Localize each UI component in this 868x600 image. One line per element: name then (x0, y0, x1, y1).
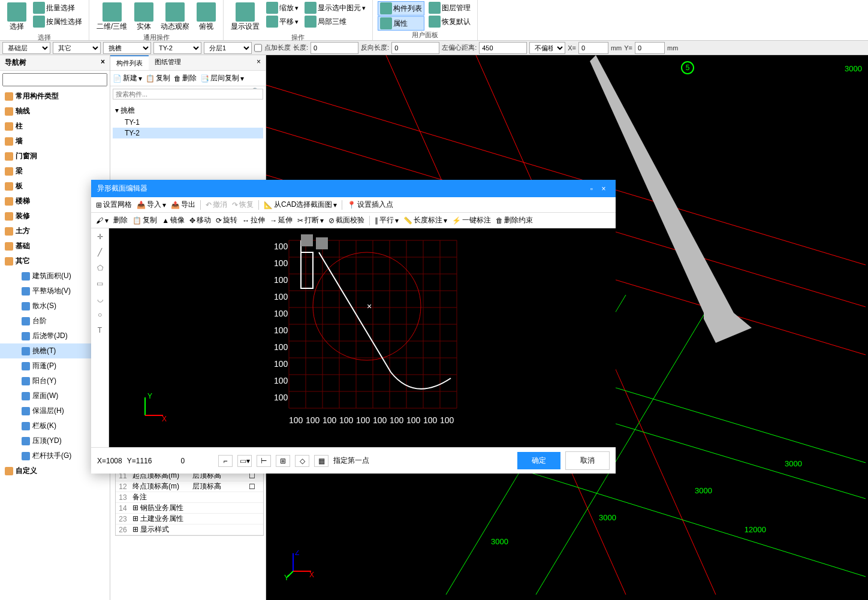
offset-input[interactable] (479, 42, 527, 54)
property-row[interactable]: 13备注 (116, 492, 263, 503)
x-input[interactable] (578, 42, 608, 54)
snap-btn-1[interactable]: ⌐ (218, 455, 233, 467)
dim-label: 3000 (491, 537, 508, 546)
nav-item[interactable]: 常用构件类型 (0, 89, 110, 104)
move-button[interactable]: ✥ 移动 (189, 215, 211, 225)
brush-icon[interactable]: 🖌 ▾ (96, 216, 108, 225)
rect-tool[interactable]: ▭ (94, 278, 106, 290)
snap-btn-2[interactable]: ▭▾ (237, 455, 252, 467)
grid-button[interactable]: ⊞ 设置网格 (96, 200, 132, 210)
offset-mode-select[interactable]: 不偏移 (529, 42, 565, 54)
tree-item[interactable]: TY-1 (113, 117, 263, 128)
y-input[interactable] (635, 42, 665, 54)
props-button[interactable]: 属性 (378, 16, 424, 31)
addlen-checkbox[interactable] (254, 42, 262, 54)
section-canvas[interactable]: × 100100100100100100100100100100 1001001… (109, 228, 616, 447)
nav-search-input[interactable] (2, 73, 107, 86)
nav-item[interactable]: 轴线 (0, 104, 110, 119)
delete-button[interactable]: 删除 (113, 215, 128, 225)
point-tool[interactable]: ✛ (94, 231, 106, 243)
dialog-toolbar-2: 🖌 ▾ 删除 📋 复制 ▲ 镜像 ✥ 移动 ⟳ 旋转 ↔ 拉伸 → 延伸 ✂ 打… (91, 213, 616, 228)
solid-button[interactable]: 实体 (132, 1, 156, 33)
orbit-button[interactable]: 动态观察 (158, 1, 192, 33)
new-button[interactable]: 📄 新建 ▾ (113, 73, 142, 83)
byprop-select-button[interactable]: 按属性选择 (31, 15, 84, 28)
component-select[interactable]: TY-2 (153, 42, 201, 54)
zoom-button[interactable]: 缩放 ▾ (264, 1, 300, 14)
x-label: X= (568, 44, 576, 52)
nav-item[interactable]: 柱 (0, 119, 110, 134)
insert-point-button[interactable]: 📍 设置插入点 (347, 200, 393, 210)
orbit-icon (165, 2, 185, 22)
import-button[interactable]: 📥 导入 ▾ (137, 200, 166, 210)
line-tool[interactable]: ╱ (94, 246, 106, 258)
showsel-icon (305, 2, 317, 14)
revlen-input[interactable] (391, 42, 439, 54)
dialog-titlebar[interactable]: 异形截面编辑器 ▫ × (91, 180, 616, 197)
property-row[interactable]: 26⊞ 显示样式 (116, 524, 263, 535)
tab-drawings[interactable]: 图纸管理 (149, 55, 187, 70)
type-select[interactable]: 挑檐 (103, 42, 151, 54)
comp-search-input[interactable] (113, 89, 263, 100)
arc-tool[interactable]: ◡ (94, 293, 106, 305)
rotate-button[interactable]: ⟳ 旋转 (216, 215, 237, 225)
text-tool[interactable]: T (94, 324, 106, 336)
delete-button[interactable]: 🗑 删除 (174, 73, 197, 83)
mirror-button[interactable]: ▲ 镜像 (162, 215, 185, 225)
property-row[interactable]: 12终点顶标高(m)层顶标高☐ (116, 481, 263, 492)
snap-btn-5[interactable]: ◇ (295, 455, 309, 467)
view-2d3d-button[interactable]: 二维/三维 (94, 1, 129, 33)
nav-item[interactable]: 墙 (0, 134, 110, 149)
tree-parent[interactable]: ▾ 挑檐 (113, 104, 263, 117)
coord-zero: 0 (180, 457, 185, 465)
local3d-button[interactable]: 局部三维 (303, 15, 367, 28)
copy-button[interactable]: 📋 复制 (132, 215, 157, 225)
intercopy-button[interactable]: 📑 层间复制 ▾ (200, 73, 244, 83)
copy-button[interactable]: 📋 复制 (146, 73, 170, 83)
nav-item[interactable]: 梁 (0, 164, 110, 179)
category-select[interactable]: 其它 (53, 42, 101, 54)
display-settings-button[interactable]: 显示设置 (228, 1, 262, 33)
topview-button[interactable]: 俯视 (194, 1, 218, 33)
parallel-button[interactable]: ∥ 平行 ▾ (375, 215, 399, 225)
pan-button[interactable]: 平移 ▾ (264, 15, 300, 28)
close-icon[interactable]: × (598, 185, 610, 193)
break-button[interactable]: ✂ 打断 ▾ (297, 215, 324, 225)
cad-button[interactable]: 📐 从CAD选择截面图 ▾ (264, 200, 337, 210)
folder-icon (5, 167, 13, 176)
close-icon[interactable]: × (101, 58, 105, 68)
tab-complist[interactable]: 构件列表 (110, 55, 149, 70)
redo-button[interactable]: ↷ 恢复 (232, 200, 254, 210)
select-button[interactable]: 选择 (5, 1, 29, 33)
export-button[interactable]: 📤 导出 (171, 200, 195, 210)
delcon-button[interactable]: 🗑 删除约束 (496, 215, 533, 225)
sublayer-select[interactable]: 分层1 (204, 42, 252, 54)
circle-tool[interactable]: ○ (94, 309, 106, 321)
stretch-button[interactable]: ↔ 拉伸 (242, 215, 265, 225)
property-row[interactable]: 23⊞ 土建业务属性 (116, 514, 263, 524)
tree-item-selected[interactable]: TY-2 (113, 128, 263, 138)
snap-btn-6[interactable]: ▦ (314, 455, 328, 467)
poly-tool[interactable]: ⬠ (94, 262, 106, 274)
extend-button[interactable]: → 延伸 (270, 215, 293, 225)
snap-btn-4[interactable]: ⊞ (276, 455, 290, 467)
nav-item[interactable]: 门窗洞 (0, 149, 110, 164)
minimize-icon[interactable]: ▫ (586, 185, 598, 193)
verify-button[interactable]: ⊘ 截面校验 (328, 215, 364, 225)
batch-select-button[interactable]: 批量选择 (31, 1, 84, 14)
folder-icon (22, 272, 30, 281)
complist-button[interactable]: 构件列表 (378, 1, 424, 16)
layer-select[interactable]: 基础层 (2, 42, 50, 54)
group-label: 选择 (38, 33, 51, 42)
show-selected-button[interactable]: 显示选中图元 ▾ (303, 1, 367, 14)
property-row[interactable]: 14⊞ 钢筋业务属性 (116, 503, 263, 514)
close-icon[interactable]: × (252, 55, 266, 70)
layermgr-button[interactable]: 图层管理 (427, 1, 472, 14)
restore-button[interactable]: 恢复默认 (427, 15, 472, 28)
snap-btn-3[interactable]: ⊢ (257, 455, 271, 467)
autodim-button[interactable]: ⚡ 一键标注 (452, 215, 491, 225)
length-input[interactable] (311, 42, 358, 54)
svg-text:100: 100 (306, 415, 320, 425)
dimension-button[interactable]: 📏 长度标注 ▾ (403, 215, 447, 225)
undo-button[interactable]: ↶ 撤消 (206, 200, 227, 210)
